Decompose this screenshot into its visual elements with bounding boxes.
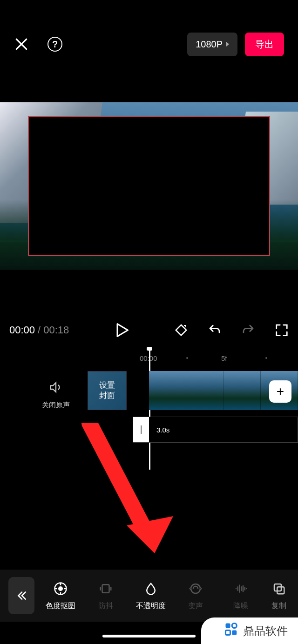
clip-thumb [224, 371, 261, 410]
svg-point-7 [232, 624, 237, 628]
set-cover-button[interactable]: 设置 封面 [88, 371, 127, 410]
time-display: 00:00/00:18 [9, 324, 69, 336]
tools-back-button[interactable] [8, 577, 34, 614]
chroma-icon [53, 581, 68, 597]
audio-track[interactable]: 3.0s [133, 417, 298, 443]
undo-button[interactable] [208, 323, 222, 337]
tool-stabilize[interactable]: 防抖 [87, 581, 124, 611]
resolution-label: 1080P [196, 39, 223, 50]
copy-icon [271, 581, 287, 597]
voice-icon [188, 581, 203, 597]
overlay-frame[interactable] [28, 116, 270, 256]
ruler-mark: 00:00 [140, 354, 157, 362]
clip-thumb [186, 371, 224, 410]
tool-label: 降噪 [233, 601, 248, 611]
mute-label: 关闭原声 [42, 401, 70, 410]
tool-label: 不透明度 [136, 601, 166, 611]
mute-icon[interactable] [42, 380, 70, 396]
svg-rect-6 [226, 624, 230, 628]
tool-voice[interactable]: 变声 [177, 581, 214, 611]
stabilize-icon [98, 581, 114, 597]
audio-duration: 3.0s [156, 426, 169, 434]
opacity-icon [143, 581, 159, 597]
export-button[interactable]: 导出 [245, 33, 284, 56]
resolution-button[interactable]: 1080P [187, 33, 237, 56]
svg-point-1 [58, 586, 63, 591]
watermark-text: 鼎品软件 [243, 624, 288, 638]
play-button[interactable] [113, 322, 130, 339]
tool-label: 复制 [271, 601, 286, 611]
tool-copy[interactable]: 复制 [267, 581, 291, 611]
tool-denoise[interactable]: 降噪 [222, 581, 259, 611]
home-indicator [102, 635, 196, 637]
svg-rect-8 [226, 631, 230, 635]
video-preview[interactable] [0, 102, 298, 270]
ruler-mark: 5f [221, 354, 227, 362]
tool-label: 色度抠图 [46, 601, 75, 611]
keyframe-button[interactable] [174, 323, 188, 337]
help-button[interactable]: ? [47, 37, 62, 52]
audio-handle[interactable] [133, 417, 149, 442]
current-time: 00:00 [9, 324, 35, 336]
ruler-tick [265, 357, 267, 359]
ruler-tick [186, 357, 188, 359]
watermark-icon [224, 622, 238, 639]
add-clip-button[interactable]: + [269, 380, 291, 403]
svg-point-3 [191, 584, 200, 593]
tool-label: 变声 [188, 601, 203, 611]
denoise-icon [233, 581, 249, 597]
redo-button[interactable] [241, 323, 255, 337]
svg-rect-9 [232, 631, 237, 635]
watermark: 鼎品软件 [201, 617, 298, 644]
tool-label: 防抖 [98, 601, 113, 611]
fullscreen-button[interactable] [275, 323, 289, 337]
total-time: 00:18 [43, 324, 69, 336]
tool-chroma[interactable]: 色度抠图 [42, 581, 79, 611]
close-button[interactable] [14, 37, 29, 52]
timeline-tracks[interactable]: 关闭原声 设置 封面 + 3.0s [0, 367, 298, 484]
svg-rect-2 [102, 584, 109, 593]
clip-thumb [149, 371, 186, 410]
chevron-down-icon [226, 42, 229, 46]
tool-opacity[interactable]: 不透明度 [132, 581, 169, 611]
